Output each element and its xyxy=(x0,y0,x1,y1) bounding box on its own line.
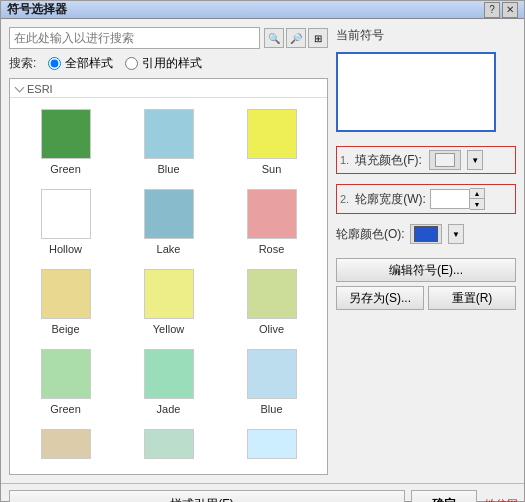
symbol-name: Beige xyxy=(51,323,79,335)
radio-all-styles[interactable]: 全部样式 xyxy=(48,55,113,72)
spin-buttons: ▲ ▼ xyxy=(470,188,485,210)
outline-color-button[interactable] xyxy=(410,224,442,244)
symbol-swatch-rose xyxy=(247,189,297,239)
list-item[interactable]: Olive xyxy=(220,262,323,342)
list-item[interactable] xyxy=(14,422,117,470)
step1-label: 1. xyxy=(340,154,349,166)
help-button[interactable]: ? xyxy=(484,2,500,18)
symbol-grid: Green Blue Sun Hollow xyxy=(10,98,327,474)
spin-down-button[interactable]: ▼ xyxy=(470,199,484,209)
fill-color-inner xyxy=(435,153,455,167)
title-controls: ? ✕ xyxy=(484,2,518,18)
save-as-button[interactable]: 另存为(S)... xyxy=(336,286,424,310)
step2-label: 2. xyxy=(340,193,349,205)
outline-width-label: 轮廓宽度(W): xyxy=(355,191,426,208)
list-item[interactable]: Rose xyxy=(220,182,323,262)
symbol-swatch-blue1 xyxy=(144,109,194,159)
left-panel: 🔍 🔎 ⊞ 搜索: 全部样式 引用的样式 xyxy=(9,27,328,475)
outline-color-label: 轮廓颜色(O): xyxy=(336,226,406,243)
bottom-bar: 样式引用(F)... 确定 地信网 xyxy=(1,483,524,502)
list-item[interactable]: Green xyxy=(14,102,117,182)
outline-width-input[interactable]: 2.00 xyxy=(430,189,470,209)
list-item[interactable]: Beige xyxy=(14,262,117,342)
list-item[interactable] xyxy=(117,422,220,470)
cancel-link[interactable]: 地信网 xyxy=(483,497,516,503)
list-item[interactable]: Green xyxy=(14,342,117,422)
grid-icon[interactable]: ⊞ xyxy=(308,28,328,48)
symbol-swatch-sun xyxy=(247,109,297,159)
symbol-swatch-yellow xyxy=(144,269,194,319)
browse-icon[interactable]: 🔎 xyxy=(286,28,306,48)
right-panel: 当前符号 1. 填充颜色(F): ▼ 2. 轮廓宽度(W): 2.00 ▲ xyxy=(336,27,516,475)
symbol-list[interactable]: ESRI Green Blue Sun xyxy=(9,78,328,475)
outline-color-section: 轮廓颜色(O): ▼ xyxy=(336,224,516,244)
symbol-name: Olive xyxy=(259,323,284,335)
symbol-name: Green xyxy=(50,403,81,415)
list-item[interactable]: Jade xyxy=(117,342,220,422)
dialog-content: 🔍 🔎 ⊞ 搜索: 全部样式 引用的样式 xyxy=(1,19,524,483)
right-buttons: 编辑符号(E)... 另存为(S)... 重置(R) xyxy=(336,258,516,310)
fill-color-section: 1. 填充颜色(F): ▼ xyxy=(336,146,516,174)
list-item[interactable]: Yellow xyxy=(117,262,220,342)
style-ref-button[interactable]: 样式引用(F)... xyxy=(9,490,405,502)
symbol-swatch-jade xyxy=(144,349,194,399)
ok-button[interactable]: 确定 xyxy=(411,490,477,502)
symbol-name: Blue xyxy=(157,163,179,175)
title-bar: 符号选择器 ? ✕ xyxy=(1,1,524,19)
fill-color-button[interactable] xyxy=(429,150,461,170)
symbol-swatch-beige xyxy=(41,269,91,319)
search-icon[interactable]: 🔍 xyxy=(264,28,284,48)
search-icons: 🔍 🔎 ⊞ xyxy=(264,28,328,48)
symbol-swatch-green2 xyxy=(41,349,91,399)
list-item[interactable]: Blue xyxy=(220,342,323,422)
current-symbol-preview xyxy=(336,52,496,132)
reset-button[interactable]: 重置(R) xyxy=(428,286,516,310)
list-item[interactable]: Sun xyxy=(220,102,323,182)
symbol-swatch-blue2 xyxy=(247,349,297,399)
radio-ref-styles[interactable]: 引用的样式 xyxy=(125,55,202,72)
fill-color-dropdown[interactable]: ▼ xyxy=(467,150,483,170)
list-item[interactable]: Blue xyxy=(117,102,220,182)
spin-up-button[interactable]: ▲ xyxy=(470,189,484,199)
symbol-name: Rose xyxy=(259,243,285,255)
symbol-swatch-green xyxy=(41,109,91,159)
esri-section-label: ESRI xyxy=(10,79,327,98)
radio-group: 全部样式 引用的样式 xyxy=(48,55,202,72)
symbol-swatch-lake xyxy=(144,189,194,239)
symbol-name: Lake xyxy=(157,243,181,255)
list-item[interactable]: Hollow xyxy=(14,182,117,262)
dialog: 符号选择器 ? ✕ 🔍 🔎 ⊞ 搜索: xyxy=(0,0,525,502)
search-label: 搜索: xyxy=(9,55,36,72)
radio-all-label: 全部样式 xyxy=(65,55,113,72)
radio-ref-label: 引用的样式 xyxy=(142,55,202,72)
symbol-swatch-p2 xyxy=(144,429,194,459)
current-symbol-label: 当前符号 xyxy=(336,27,516,44)
search-input[interactable] xyxy=(9,27,260,49)
symbol-name: Jade xyxy=(157,403,181,415)
save-reset-row: 另存为(S)... 重置(R) xyxy=(336,286,516,310)
list-item[interactable]: Lake xyxy=(117,182,220,262)
symbol-swatch-p3 xyxy=(247,429,297,459)
close-button[interactable]: ✕ xyxy=(502,2,518,18)
dialog-title: 符号选择器 xyxy=(7,1,67,18)
radio-row: 搜索: 全部样式 引用的样式 xyxy=(9,55,328,72)
outline-width-section: 2. 轮廓宽度(W): 2.00 ▲ ▼ xyxy=(336,184,516,214)
outline-color-swatch xyxy=(414,226,438,242)
list-item[interactable] xyxy=(220,422,323,470)
outline-color-dropdown[interactable]: ▼ xyxy=(448,224,464,244)
search-row: 🔍 🔎 ⊞ xyxy=(9,27,328,49)
symbol-name: Green xyxy=(50,163,81,175)
fill-color-label: 填充颜色(F): xyxy=(355,152,425,169)
symbol-name: Blue xyxy=(260,403,282,415)
edit-symbol-button[interactable]: 编辑符号(E)... xyxy=(336,258,516,282)
symbol-name: Hollow xyxy=(49,243,82,255)
outline-width-input-group: 2.00 ▲ ▼ xyxy=(430,188,485,210)
symbol-name: Sun xyxy=(262,163,282,175)
symbol-name: Yellow xyxy=(153,323,184,335)
symbol-swatch-p1 xyxy=(41,429,91,459)
symbol-swatch-olive xyxy=(247,269,297,319)
symbol-swatch-hollow xyxy=(41,189,91,239)
